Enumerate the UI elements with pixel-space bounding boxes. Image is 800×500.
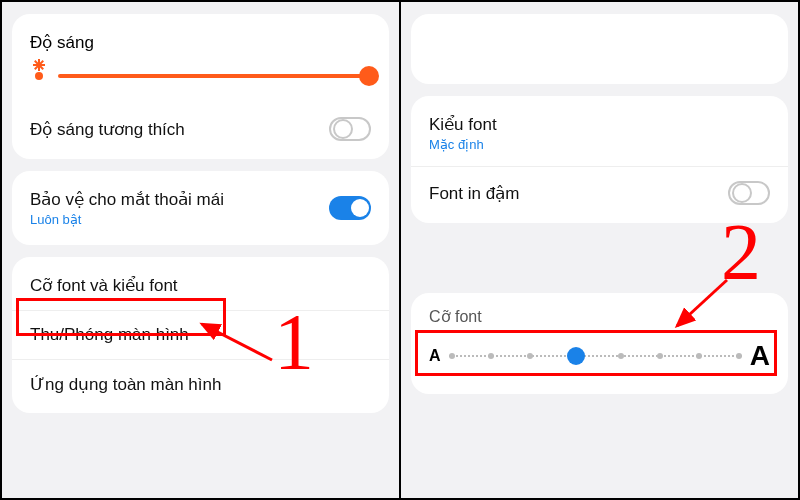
brightness-track[interactable]	[58, 74, 371, 78]
font-size-slider[interactable]: A A	[429, 340, 770, 372]
font-size-title: Cỡ font	[429, 307, 770, 326]
font-size-small-icon: A	[429, 347, 441, 365]
eye-comfort-toggle[interactable]	[329, 196, 371, 220]
font-style-label: Kiểu font	[429, 114, 497, 135]
eye-comfort-card: Bảo vệ cho mắt thoải mái Luôn bật	[12, 171, 389, 245]
sun-icon	[30, 67, 48, 85]
adaptive-brightness-row[interactable]: Độ sáng tương thích	[12, 103, 389, 155]
brightness-card: Độ sáng	[12, 14, 389, 159]
eye-comfort-row[interactable]: Bảo vệ cho mắt thoải mái Luôn bật	[12, 175, 389, 241]
bold-font-label: Font in đậm	[429, 183, 519, 204]
bold-font-row[interactable]: Font in đậm	[411, 166, 788, 219]
brightness-label: Độ sáng	[12, 18, 389, 57]
adaptive-brightness-toggle[interactable]	[329, 117, 371, 141]
screen-zoom-label: Thu/Phóng màn hình	[30, 325, 189, 345]
brightness-slider-row	[12, 57, 389, 103]
font-settings-panel-right: Kiểu font Mặc định Font in đậm Cỡ font A	[401, 2, 798, 498]
eye-comfort-label: Bảo vệ cho mắt thoải mái	[30, 189, 224, 210]
brightness-thumb[interactable]	[359, 66, 379, 86]
fullscreen-apps-row[interactable]: Ứng dụng toàn màn hình	[12, 359, 389, 409]
annotation-number-2: 2	[721, 212, 761, 292]
font-size-step[interactable]	[449, 353, 455, 359]
font-zoom-card: Cỡ font và kiểu font Thu/Phóng màn hình …	[12, 257, 389, 413]
eye-comfort-sub: Luôn bật	[30, 212, 224, 227]
font-size-style-label: Cỡ font và kiểu font	[30, 275, 178, 296]
font-style-sub: Mặc định	[429, 137, 497, 152]
display-settings-panel-left: Độ sáng	[2, 2, 399, 498]
tutorial-frame: Độ sáng	[0, 0, 800, 500]
font-size-big-icon: A	[750, 340, 770, 372]
brightness-slider[interactable]	[30, 67, 371, 85]
font-size-step[interactable]	[618, 353, 624, 359]
font-style-text: Kiểu font Mặc định	[429, 114, 497, 152]
font-style-card: Kiểu font Mặc định Font in đậm	[411, 96, 788, 223]
fullscreen-apps-label: Ứng dụng toàn màn hình	[30, 374, 221, 395]
eye-comfort-text: Bảo vệ cho mắt thoải mái Luôn bật	[30, 189, 224, 227]
font-size-card: Cỡ font A A	[411, 293, 788, 394]
font-size-thumb[interactable]	[567, 347, 585, 365]
font-size-style-row[interactable]: Cỡ font và kiểu font	[12, 261, 389, 310]
font-size-step[interactable]	[657, 353, 663, 359]
bold-font-toggle[interactable]	[728, 181, 770, 205]
font-size-step[interactable]	[488, 353, 494, 359]
font-size-step[interactable]	[527, 353, 533, 359]
font-size-step[interactable]	[696, 353, 702, 359]
adaptive-brightness-label: Độ sáng tương thích	[30, 119, 185, 140]
screen-zoom-row[interactable]: Thu/Phóng màn hình	[12, 310, 389, 359]
font-size-track[interactable]	[449, 346, 742, 366]
font-style-row[interactable]: Kiểu font Mặc định	[411, 100, 788, 166]
font-size-step[interactable]	[736, 353, 742, 359]
preview-card	[411, 14, 788, 84]
